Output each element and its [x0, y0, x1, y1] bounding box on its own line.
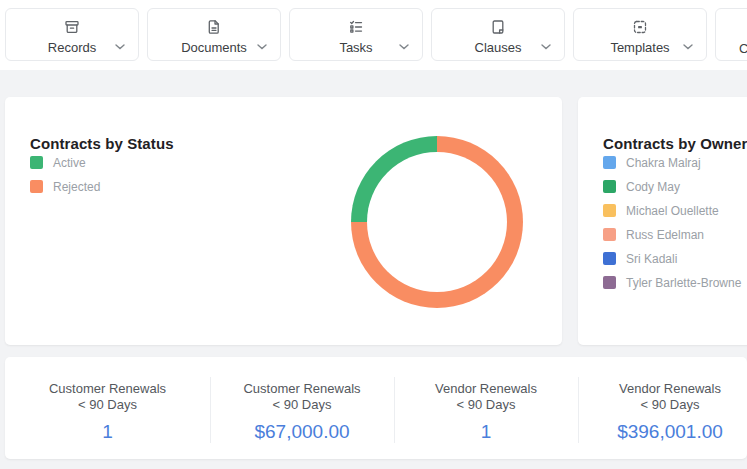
stat-title: Customer Renewals	[5, 381, 210, 397]
legend-item-owner[interactable]: Michael Ouellette	[603, 204, 741, 217]
stat-value: $396,001.00	[578, 421, 747, 443]
stat-subtitle: < 90 Days	[578, 397, 747, 413]
donut-hole	[367, 152, 507, 292]
legend-label: Chakra Malraj	[626, 156, 701, 170]
contracts-by-status-card: Contracts by Status Active Rejected	[5, 97, 562, 345]
legend-swatch	[603, 180, 616, 193]
legend-swatch	[603, 276, 616, 289]
legend-item-owner[interactable]: Sri Kadali	[603, 252, 741, 265]
legend-label: Tyler Barlette-Browne	[626, 276, 741, 290]
nav-item-records[interactable]: Records	[5, 8, 139, 61]
checklist-icon	[348, 18, 364, 35]
legend-label: Cody May	[626, 180, 680, 194]
legend-label: Sri Kadali	[626, 252, 677, 266]
stat-value: 1	[394, 421, 578, 443]
legend-label: Michael Ouellette	[626, 204, 719, 218]
chevron-down-icon	[683, 44, 693, 50]
nav-item-tasks[interactable]: Tasks	[289, 8, 423, 61]
legend-swatch	[603, 204, 616, 217]
nav-item-label: Documents	[181, 40, 247, 55]
nav-item-clauses[interactable]: Clauses	[431, 8, 565, 61]
legend-label: Rejected	[53, 180, 100, 194]
stat-subtitle: < 90 Days	[394, 397, 578, 413]
stat-title: Vendor Renewals	[578, 381, 747, 397]
top-nav: Records Documents	[5, 8, 747, 61]
legend-label: Russ Edelman	[626, 228, 704, 242]
legend-swatch	[603, 156, 616, 169]
nav-item-label: Templates	[610, 40, 669, 55]
stat-vendor-renewals-count: Vendor Renewals < 90 Days 1	[394, 357, 578, 459]
status-legend: Active Rejected	[30, 156, 100, 204]
legend-item-owner[interactable]: Tyler Barlette-Browne	[603, 276, 741, 289]
nav-item-label: Tasks	[339, 40, 372, 55]
stat-title: Vendor Renewals	[394, 381, 578, 397]
template-icon	[632, 18, 648, 35]
stat-value: 1	[5, 421, 210, 443]
stat-subtitle: < 90 Days	[210, 397, 394, 413]
legend-item-owner[interactable]: Cody May	[603, 180, 741, 193]
nav-item-truncated[interactable]: C	[715, 8, 747, 61]
nav-item-templates[interactable]: Templates	[573, 8, 707, 61]
legend-item-active[interactable]: Active	[30, 156, 100, 169]
stat-customer-renewals-amount: Customer Renewals < 90 Days $67,000.00	[210, 357, 394, 459]
owner-legend: Chakra Malraj Cody May Michael Ouellette…	[603, 156, 741, 300]
nav-item-label: Records	[48, 40, 96, 55]
document-icon	[206, 18, 222, 35]
chevron-down-icon	[399, 44, 409, 50]
stat-customer-renewals-count: Customer Renewals < 90 Days 1	[5, 357, 210, 459]
legend-swatch	[30, 180, 43, 193]
legend-swatch	[603, 252, 616, 265]
legend-swatch	[603, 228, 616, 241]
contracts-by-owner-card: Contracts by Owner Chakra Malraj Cody Ma…	[578, 97, 747, 345]
book-icon	[490, 18, 506, 35]
legend-item-owner[interactable]: Chakra Malraj	[603, 156, 741, 169]
stat-subtitle: < 90 Days	[5, 397, 210, 413]
renewal-stats-card: Customer Renewals < 90 Days 1 Customer R…	[5, 357, 747, 459]
chevron-down-icon	[257, 44, 267, 50]
card-title: Contracts by Owner	[603, 135, 747, 152]
legend-item-owner[interactable]: Russ Edelman	[603, 228, 741, 241]
chevron-down-icon	[115, 44, 125, 50]
nav-item-label: C	[739, 41, 747, 56]
stat-value: $67,000.00	[210, 421, 394, 443]
stat-vendor-renewals-amount: Vendor Renewals < 90 Days $396,001.00	[578, 357, 747, 459]
chevron-down-icon	[541, 44, 551, 50]
legend-swatch	[30, 156, 43, 169]
legend-label: Active	[53, 156, 86, 170]
status-donut-chart[interactable]	[351, 136, 523, 308]
stat-title: Customer Renewals	[210, 381, 394, 397]
nav-item-documents[interactable]: Documents	[147, 8, 281, 61]
nav-item-label: Clauses	[475, 40, 522, 55]
archive-icon	[64, 18, 80, 35]
card-title: Contracts by Status	[30, 135, 174, 152]
legend-item-rejected[interactable]: Rejected	[30, 180, 100, 193]
